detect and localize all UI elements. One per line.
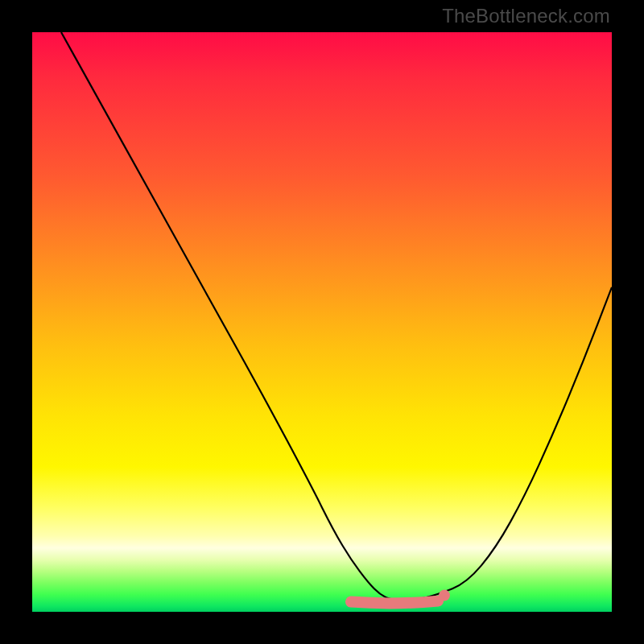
- bottleneck-curve: [61, 32, 612, 601]
- optimal-flat-region: [351, 601, 438, 604]
- curve-layer: [32, 32, 612, 612]
- chart-frame: TheBottleneck.com: [0, 0, 644, 644]
- plot-area: [32, 32, 612, 612]
- highlight-dot-right: [439, 590, 450, 601]
- watermark-text: TheBottleneck.com: [442, 5, 610, 27]
